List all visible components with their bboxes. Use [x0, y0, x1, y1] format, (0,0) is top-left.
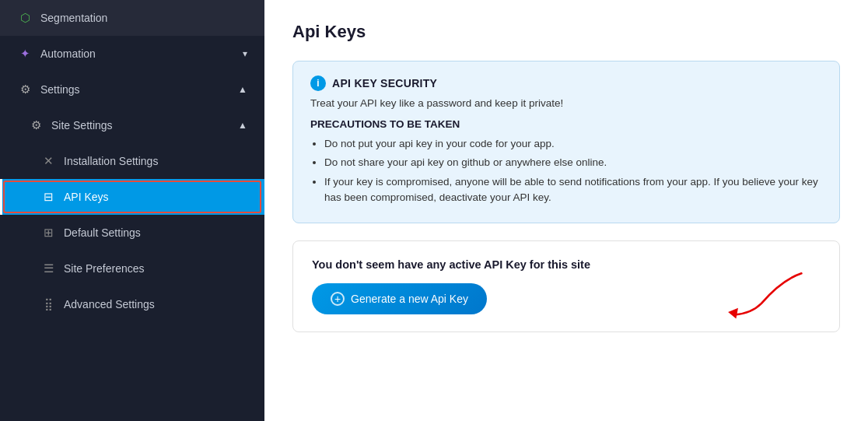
sidebar-item-label: Automation: [40, 47, 96, 60]
plus-circle-icon: +: [331, 292, 345, 306]
api-security-info-box: i API KEY SECURITY Treat your API key li…: [292, 61, 840, 223]
generate-api-key-button[interactable]: + Generate a new Api Key: [312, 283, 487, 314]
sidebar-item-automation[interactable]: ✦ Automation ▾: [0, 36, 264, 72]
sidebar-item-label: API Keys: [64, 191, 109, 203]
page-title: Api Keys: [292, 22, 840, 42]
sidebar-item-segmentation[interactable]: ⬡ Segmentation: [0, 0, 264, 36]
sidebar-item-label: Segmentation: [40, 12, 107, 24]
chevron-up-icon: ▲: [238, 84, 247, 95]
precautions-title: PRECAUTIONS TO BE TAKEN: [310, 118, 822, 130]
precaution-item-1: Do not put your api key in your code for…: [324, 136, 822, 152]
info-box-title: API KEY SECURITY: [332, 77, 437, 89]
sidebar-item-label: Advanced Settings: [64, 298, 155, 310]
chevron-down-icon: ▾: [243, 48, 247, 59]
sidebar-item-settings[interactable]: ⚙ Settings ▲: [0, 72, 264, 107]
generate-button-label: Generate a new Api Key: [351, 293, 468, 305]
main-content: Api Keys i API KEY SECURITY Treat your A…: [264, 0, 868, 421]
sidebar-item-site-preferences[interactable]: ☰ Site Preferences: [0, 251, 264, 286]
advanced-settings-icon: ⣿: [40, 297, 56, 311]
precaution-item-2: Do not share your api key on github or a…: [324, 155, 822, 170]
sidebar-item-site-settings[interactable]: ⚙ Site Settings ▲: [0, 107, 264, 143]
red-arrow-svg: [715, 266, 808, 321]
segmentation-icon: ⬡: [17, 11, 33, 25]
no-api-message: You don't seem have any active API Key f…: [312, 258, 590, 271]
no-api-key-section: You don't seem have any active API Key f…: [292, 240, 840, 332]
sidebar-item-api-keys[interactable]: ⊟ API Keys: [0, 179, 264, 215]
sidebar-item-advanced-settings[interactable]: ⣿ Advanced Settings: [0, 286, 264, 322]
sidebar: ⬡ Segmentation ✦ Automation ▾ ⚙ Settings…: [0, 0, 264, 421]
site-settings-icon: ⚙: [28, 118, 44, 132]
info-box-header: i API KEY SECURITY: [310, 75, 822, 91]
sidebar-item-default-settings[interactable]: ⊞ Default Settings: [0, 215, 264, 251]
sidebar-item-label: Site Preferences: [64, 262, 145, 275]
chevron-up-icon: ▲: [238, 120, 247, 131]
info-box-description: Treat your API key like a password and k…: [310, 97, 822, 109]
sidebar-item-label: Installation Settings: [64, 155, 158, 167]
api-keys-icon: ⊟: [40, 190, 56, 204]
sidebar-item-label: Default Settings: [64, 226, 141, 239]
sidebar-item-installation-settings[interactable]: ✕ Installation Settings: [0, 143, 264, 179]
info-icon: i: [310, 75, 326, 91]
site-preferences-icon: ☰: [40, 261, 56, 275]
svg-marker-0: [728, 308, 738, 319]
default-settings-icon: ⊞: [40, 226, 56, 240]
installation-icon: ✕: [40, 154, 56, 168]
precautions-list: Do not put your api key in your code for…: [310, 136, 822, 205]
sidebar-item-label: Site Settings: [51, 119, 113, 132]
arrow-annotation: [715, 266, 808, 324]
sidebar-item-label: Settings: [40, 83, 80, 96]
precaution-item-3: If your key is compromised, anyone will …: [324, 174, 822, 206]
automation-icon: ✦: [17, 47, 33, 61]
settings-icon: ⚙: [17, 82, 33, 96]
